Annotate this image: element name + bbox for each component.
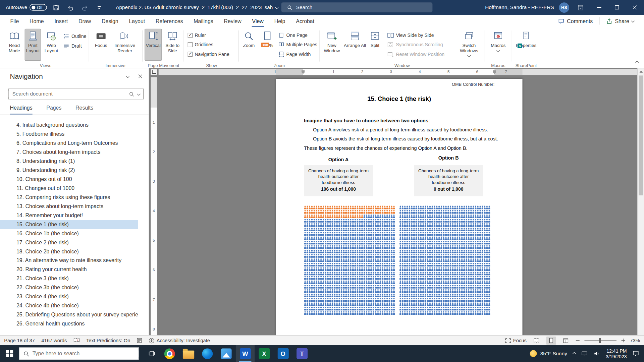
nav-heading-item[interactable]: 10. Changes out of 100 bbox=[0, 175, 138, 184]
show-hidden-icons-button[interactable] bbox=[572, 352, 576, 355]
vertical-button[interactable]: Vertical bbox=[145, 29, 162, 61]
nav-heading-item[interactable]: 21. Choice 3 (the risk) bbox=[0, 274, 138, 283]
nav-heading-item[interactable]: 12. Comparing risks using these figures bbox=[0, 193, 138, 202]
web-layout-button[interactable]: Web Layout bbox=[42, 29, 61, 61]
page-width-button[interactable]: Page Width bbox=[278, 50, 311, 58]
nav-heading-item[interactable]: 16. Choice 1b (the choice) bbox=[0, 229, 138, 238]
nav-tab[interactable]: Headings bbox=[10, 105, 32, 114]
nav-heading-item[interactable]: 5. Foodborne illness bbox=[0, 130, 138, 139]
gridlines-checkbox[interactable]: Gridlines bbox=[188, 41, 213, 49]
new-window-button[interactable]: New Window bbox=[321, 29, 343, 61]
ruler-checkbox[interactable]: Ruler bbox=[188, 31, 206, 39]
icon-grid-option-b[interactable] bbox=[399, 205, 490, 315]
icon-grid-option-a[interactable] bbox=[304, 205, 395, 315]
nav-heading-item[interactable]: 8. Understanding risk (1) bbox=[0, 157, 138, 166]
reading-mode-icon[interactable] bbox=[137, 338, 142, 343]
volume-icon[interactable] bbox=[593, 351, 600, 357]
autosave-toggle[interactable]: Off bbox=[30, 4, 47, 11]
nav-heading-item[interactable]: 18. Choice 2b (the choice) bbox=[0, 247, 138, 256]
zoom-button[interactable]: Zoom bbox=[240, 29, 258, 61]
navigation-pane-checkbox[interactable]: Navigation Pane bbox=[188, 50, 229, 58]
split-button[interactable]: Split bbox=[367, 29, 383, 61]
nav-tab[interactable]: Results bbox=[75, 105, 93, 114]
word-count[interactable]: 4167 words bbox=[41, 338, 67, 343]
taskbar-photos[interactable] bbox=[217, 345, 236, 362]
nav-heading-item[interactable]: 25. Debriefing Questions about your surv… bbox=[0, 310, 138, 319]
menu-tab[interactable]: Mailings bbox=[188, 15, 218, 27]
start-button[interactable] bbox=[0, 345, 19, 362]
read-mode-view-button[interactable] bbox=[531, 336, 541, 344]
vertical-scrollbar[interactable] bbox=[637, 68, 644, 335]
taskbar-word[interactable]: W bbox=[236, 345, 255, 362]
nav-search-box[interactable] bbox=[8, 88, 144, 99]
taskbar-excel[interactable]: X bbox=[255, 345, 273, 362]
nav-heading-item[interactable]: 11. Changes out of 1000 bbox=[0, 184, 138, 193]
scrollbar-up-button[interactable] bbox=[638, 68, 644, 75]
nav-heading-item[interactable]: 14. Remember your budget! bbox=[0, 211, 138, 220]
one-page-button[interactable]: One Page bbox=[278, 31, 308, 39]
navigation-pane-close-button[interactable] bbox=[138, 74, 143, 79]
nav-heading-item[interactable]: 6. Complications and Long-term Outcomes bbox=[0, 139, 138, 148]
print-layout-view-button[interactable] bbox=[546, 336, 556, 344]
side-to-side-button[interactable]: Side to Side bbox=[163, 29, 181, 61]
search-box[interactable]: Search bbox=[281, 2, 433, 12]
focus-mode-button[interactable]: Focus bbox=[505, 338, 526, 343]
document-title[interactable]: Appendix 2. US Adult chronic survey_2_17… bbox=[116, 4, 278, 10]
taskbar-file-explorer[interactable] bbox=[179, 345, 198, 362]
synchronous-scrolling-button[interactable]: Synchronous Scrolling bbox=[387, 41, 443, 49]
arrange-all-button[interactable]: Arrange All bbox=[344, 29, 366, 61]
multiple-pages-button[interactable]: Multiple Pages bbox=[278, 41, 317, 49]
close-button[interactable] bbox=[626, 0, 644, 15]
notifications-icon[interactable] bbox=[633, 351, 639, 357]
nav-heading-item[interactable]: 15. Choice 1 (the risk) bbox=[0, 220, 138, 229]
nav-heading-item[interactable]: 23. Choice 4 (the risk) bbox=[0, 292, 138, 301]
nav-heading-item[interactable]: 24. Choice 4b (the choice) bbox=[0, 301, 138, 310]
user-name[interactable]: Hoffmann, Sandra - REE-ERS bbox=[485, 4, 554, 10]
draft-button[interactable]: Draft bbox=[63, 42, 82, 50]
task-view-button[interactable] bbox=[143, 345, 160, 362]
nav-tab[interactable]: Pages bbox=[46, 105, 61, 114]
menu-tab[interactable]: Home bbox=[24, 15, 49, 27]
nav-heading-item[interactable]: 9. Understanding risk (2) bbox=[0, 166, 138, 175]
taskbar-outlook[interactable]: O bbox=[274, 345, 292, 362]
menu-tab[interactable]: Design bbox=[96, 15, 123, 27]
menu-tab[interactable]: Help bbox=[269, 15, 291, 27]
avatar[interactable]: HS bbox=[559, 2, 570, 13]
share-button[interactable]: Share bbox=[602, 17, 638, 25]
zoom-out-button[interactable] bbox=[576, 340, 580, 341]
chevron-down-icon[interactable] bbox=[137, 92, 141, 96]
proofing-errors-button[interactable] bbox=[73, 338, 79, 343]
taskbar-edge[interactable] bbox=[198, 345, 217, 362]
immersive-reader-button[interactable]: Immersive Reader bbox=[112, 29, 138, 61]
nav-heading-item[interactable]: 20. Rating your current health bbox=[0, 265, 138, 274]
print-layout-button[interactable]: Print Layout bbox=[24, 29, 41, 61]
scrollbar-thumb[interactable] bbox=[639, 75, 643, 195]
nav-search-input[interactable] bbox=[9, 91, 126, 97]
autosave-control[interactable]: AutoSave Off bbox=[6, 4, 47, 11]
collapse-ribbon-button[interactable] bbox=[636, 58, 638, 65]
zoom-in-button[interactable] bbox=[622, 339, 625, 342]
menu-tab[interactable]: Insert bbox=[49, 15, 73, 27]
page-indicator[interactable]: Page 18 of 37 bbox=[4, 338, 35, 343]
macros-button[interactable]: Macros bbox=[487, 29, 509, 61]
zoom-percent[interactable]: 73% bbox=[630, 338, 640, 343]
customize-quick-access-button[interactable] bbox=[94, 2, 104, 13]
accessibility-checker-button[interactable]: Accessibility: Investigate bbox=[149, 338, 210, 343]
view-side-by-side-button[interactable]: View Side by Side bbox=[387, 31, 434, 39]
tab-stop-selector[interactable] bbox=[151, 69, 157, 75]
weather-widget[interactable]: 35°F Sunny bbox=[530, 350, 567, 357]
document-page[interactable]: OMB Control Number: 15. Choice 1 (the ri… bbox=[276, 79, 523, 335]
undo-button[interactable] bbox=[65, 2, 76, 13]
nav-heading-item[interactable]: 26. General health questions bbox=[0, 319, 138, 328]
save-button[interactable] bbox=[51, 2, 61, 13]
nav-heading-item[interactable]: 4. Initial background questions bbox=[0, 121, 138, 130]
taskbar-search-box[interactable] bbox=[19, 347, 139, 360]
clock[interactable]: 12:41 PM 3/19/2023 bbox=[606, 348, 627, 359]
nav-heading-item[interactable]: 17. Choice 2 (the risk) bbox=[0, 238, 138, 247]
nav-heading-item[interactable]: 19. An alternative way to rate illness s… bbox=[0, 256, 138, 265]
maximize-button[interactable] bbox=[608, 0, 626, 15]
reset-window-position-button[interactable]: Reset Window Position bbox=[387, 50, 445, 58]
properties-button[interactable]: S Properties bbox=[514, 29, 538, 61]
zoom-slider[interactable] bbox=[584, 340, 616, 341]
menu-tab[interactable]: Draw bbox=[73, 15, 96, 27]
